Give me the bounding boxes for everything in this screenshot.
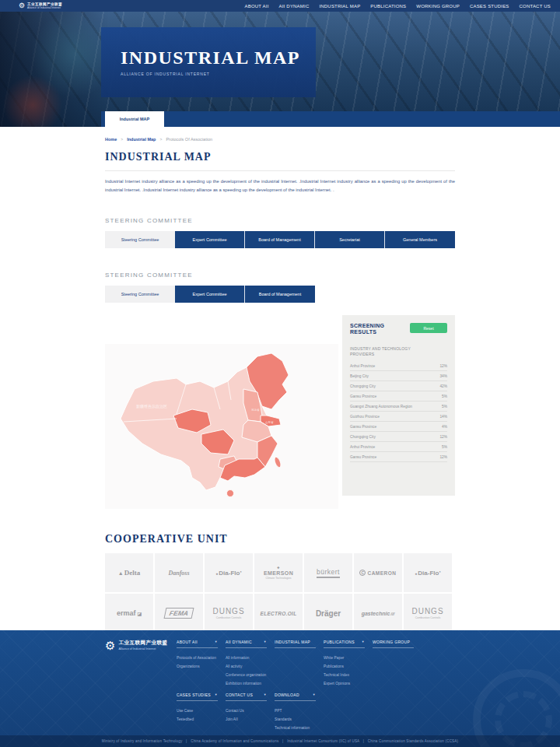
- tab-expert-committee-b[interactable]: Expert Committee: [175, 286, 245, 303]
- screening-row[interactable]: Gansu Province 4%: [350, 422, 447, 432]
- footer-link[interactable]: Expert Opinions: [324, 679, 373, 688]
- footer-head-download[interactable]: DOWNLOAD ▾: [275, 693, 316, 701]
- footer-head-working-group[interactable]: WORKING GROUP: [373, 640, 414, 648]
- row-label: Beijing City: [350, 374, 369, 378]
- footer-link[interactable]: Use Case: [177, 707, 226, 715]
- row-value: 4%: [442, 425, 447, 429]
- screening-row[interactable]: Anhui Province 5%: [350, 442, 447, 452]
- footer-link[interactable]: Exhibition information: [226, 679, 275, 688]
- tab-steering-committee[interactable]: Steering Committee: [105, 231, 175, 248]
- gear-icon: ⚙: [105, 640, 115, 688]
- breadcrumb-home[interactable]: Home: [105, 137, 117, 142]
- footer-col-industrial-map: INDUSTRIAL MAP: [275, 640, 324, 688]
- partner-logo-diaflo-2[interactable]: ●Dia-Flo’: [404, 553, 452, 592]
- footer-col-aii-dynamic: AII DYNAMIC ▾ All information All activi…: [226, 640, 275, 688]
- partner-logo-diaflo[interactable]: ●Dia-Flo’: [205, 553, 253, 592]
- row-label: Gansu Province: [350, 455, 376, 459]
- footer-head-industrial-map[interactable]: INDUSTRIAL MAP: [275, 640, 316, 648]
- footer-partners-text: Ministry of Industry and Information Tec…: [102, 739, 458, 743]
- tab-secretariat[interactable]: Secretariat: [315, 231, 385, 248]
- nav-publications[interactable]: PUBLICATIONS: [370, 4, 406, 9]
- nav-aii-dynamic[interactable]: AII DYNAMIC: [279, 4, 310, 9]
- screening-row[interactable]: Chongqing City 12%: [350, 432, 447, 442]
- row-label: Anhui Province: [350, 364, 375, 368]
- screening-row[interactable]: Chongqing City 42%: [350, 381, 447, 391]
- gear-icon: ⚙: [19, 2, 25, 9]
- footer-head-contact-us[interactable]: CONTACT US ▾: [226, 693, 267, 701]
- footer-col-contact-us: CONTACT US ▾ Contact Us Join AII: [226, 693, 275, 732]
- footer-link[interactable]: Technical Index: [324, 671, 373, 679]
- footer-link[interactable]: Protocols of Association: [177, 654, 226, 662]
- cooperative-unit-heading: COOPERATIVE UNIT: [105, 533, 455, 545]
- screening-row[interactable]: Beijing City 34%: [350, 371, 447, 381]
- partner-logo-dungs[interactable]: DUNGSCombustion Controls: [205, 594, 253, 633]
- nav-about-aii[interactable]: ABOUT AII: [245, 4, 269, 9]
- nav-industrial-map[interactable]: INDUSTRIAL MAP: [319, 4, 360, 9]
- title-divider: [105, 170, 455, 171]
- partner-logo-emerson[interactable]: ❖EMERSONClimate Technologies: [254, 553, 303, 592]
- footer-col-working-group: WORKING GROUP: [373, 640, 422, 688]
- footer-link[interactable]: Technical information: [275, 724, 324, 732]
- row-value: 5%: [442, 405, 447, 409]
- partner-logo-dungs-2[interactable]: DUNGSCombustion Controls: [404, 594, 452, 633]
- partner-logo-drager[interactable]: Dräger: [304, 594, 352, 633]
- section-heading-committee-b: STEERING COMMITTEE: [105, 272, 455, 279]
- footer-link[interactable]: Contact Us: [226, 707, 275, 715]
- partner-logo-danfoss[interactable]: Danfoss: [155, 553, 203, 592]
- nav-contact-us[interactable]: CONTACT US: [520, 4, 551, 9]
- screening-row[interactable]: Gansu Province 12%: [350, 452, 447, 462]
- site-logo[interactable]: ⚙ 工业互联网产业联盟 Alliance of Industrial Inter…: [19, 2, 62, 9]
- tab-expert-committee[interactable]: Expert Committee: [175, 231, 245, 248]
- row-value: 42%: [439, 384, 447, 388]
- cameron-c-icon: C: [359, 570, 366, 576]
- footer-logo[interactable]: ⚙ 工业互联网产业联盟 Alliance of Industrial Inter…: [105, 640, 177, 688]
- footer-link[interactable]: Join AII: [226, 715, 275, 724]
- reset-button[interactable]: Reset: [410, 323, 447, 333]
- nav-links: ABOUT AII AII DYNAMIC INDUSTRIAL MAP PUB…: [245, 4, 551, 9]
- footer-head-publications[interactable]: PUBLICATIONS ▾: [324, 640, 365, 648]
- footer-head-aii-dynamic[interactable]: AII DYNAMIC ▾: [226, 640, 267, 648]
- row-label: Gansu Province: [350, 425, 376, 429]
- footer-link[interactable]: White Paper: [324, 654, 373, 662]
- partner-logo-ermaf[interactable]: ermaf◪: [105, 594, 153, 633]
- partner-logo-delta[interactable]: ▲Delta: [105, 553, 153, 592]
- nav-cases-studies[interactable]: CASES STUDIES: [470, 4, 509, 9]
- partner-logo-burkert[interactable]: bürkert: [304, 553, 352, 592]
- tab-industrial-map[interactable]: Industrial MAP: [105, 111, 164, 127]
- partner-logo-fema[interactable]: FEMA: [155, 594, 203, 633]
- screening-row[interactable]: Guangxi Zhuang Autonomous Region 5%: [350, 402, 447, 412]
- footer-link[interactable]: All activity: [226, 662, 275, 671]
- screening-row[interactable]: Gansu Province 5%: [350, 391, 447, 402]
- nav-working-group[interactable]: WORKING GROUP: [416, 4, 460, 9]
- tab-general-members[interactable]: General Members: [385, 231, 455, 248]
- footer-head-about-aii[interactable]: ABOUT AII ▾: [177, 640, 218, 648]
- tab-steering-committee-b[interactable]: Steering Committee: [105, 286, 175, 303]
- top-navbar: ⚙ 工业互联网产业联盟 Alliance of Industrial Inter…: [0, 0, 560, 12]
- dot-icon: ●: [415, 571, 417, 576]
- screening-subtitle: INDUSTRY AND TECHNOLOGY PROVIDERS: [350, 346, 432, 356]
- china-map[interactable]: 新疆维吾尔自治区 河北省 山东省: [105, 344, 338, 509]
- diamond-icon: ❖: [264, 566, 293, 570]
- footer-link[interactable]: Organizations: [177, 662, 226, 671]
- footer: ⚙ 工业互联网产业联盟 Alliance of Industrial Inter…: [0, 630, 560, 747]
- screening-row[interactable]: Guizhou Province 14%: [350, 412, 447, 422]
- tab-board-of-management[interactable]: Board of Management: [245, 231, 315, 248]
- footer-head-cases-studies[interactable]: CASES STUDIES ▾: [177, 693, 218, 701]
- footer-link[interactable]: All information: [226, 654, 275, 662]
- footer-link[interactable]: Conference organization: [226, 671, 275, 679]
- committee-tabs-b: Steering Committee Expert Committee Boar…: [105, 286, 315, 303]
- screening-row[interactable]: Anhui Province 12%: [350, 361, 447, 371]
- row-value: 34%: [439, 374, 447, 378]
- row-label: Chongqing City: [350, 435, 376, 439]
- footer-link[interactable]: PPT: [275, 707, 324, 715]
- row-value: 5%: [442, 445, 447, 449]
- footer-link[interactable]: Standards: [275, 715, 324, 724]
- tab-board-of-management-b[interactable]: Board of Management: [245, 286, 315, 303]
- footer-link[interactable]: Publications: [324, 662, 373, 671]
- partner-logo-gastechnic[interactable]: gastechnic///: [354, 594, 402, 633]
- dot-icon: ●: [215, 571, 218, 576]
- partner-logo-cameron[interactable]: CCAMERON: [354, 553, 402, 592]
- footer-link[interactable]: Testedbed: [177, 715, 226, 724]
- partner-logo-electrooil[interactable]: ELECTRO.OIL: [254, 594, 303, 633]
- breadcrumb-industrial-map[interactable]: Industrial Map: [127, 137, 156, 142]
